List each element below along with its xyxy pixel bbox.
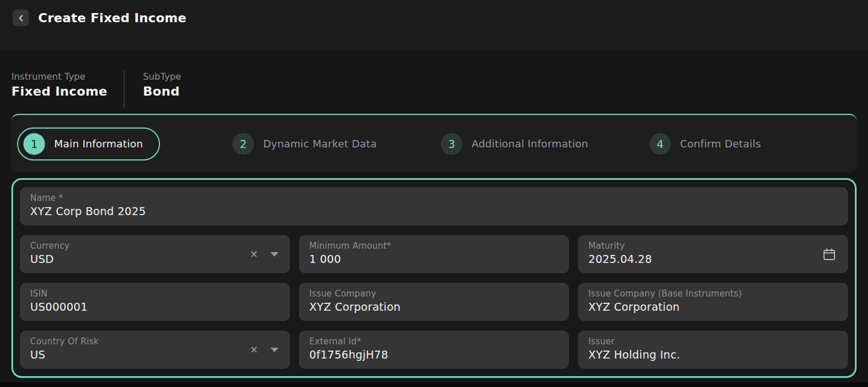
step-confirm-details[interactable]: 4 Confirm Details [642, 133, 851, 155]
instrument-meta: Instrument Type Fixed Income SubType Bon… [11, 71, 857, 105]
step-3-label: Additional Information [472, 138, 588, 150]
form-row-1: Name * XYZ Corp Bond 2025 [20, 187, 848, 225]
isin-label: ISIN [30, 289, 280, 299]
isin-value: US000001 [30, 300, 280, 313]
issuer-label: Issuer [588, 336, 838, 347]
currency-label: Currency [30, 241, 280, 251]
country-of-risk-select[interactable]: Country Of Risk US × [20, 331, 290, 369]
instrument-type-label: Instrument Type [11, 71, 124, 83]
maturity-field[interactable]: Maturity 2025.04.28 [578, 235, 848, 273]
step-1-label: Main Information [54, 138, 143, 150]
external-id-value: 0f1756hgjH78 [309, 348, 559, 361]
name-field[interactable]: Name * XYZ Corp Bond 2025 [20, 187, 848, 225]
subtype-label: SubType [143, 71, 181, 83]
country-of-risk-value: US [30, 348, 280, 361]
body: Instrument Type Fixed Income SubType Bon… [0, 71, 868, 378]
issue-company-base-value: XYZ Corporation [588, 300, 838, 313]
currency-select[interactable]: Currency USD × [20, 235, 290, 273]
calendar-icon[interactable] [822, 247, 837, 262]
step-3-number: 3 [441, 133, 462, 155]
stepper: 1 Main Information 2 Dynamic Market Data… [11, 114, 857, 172]
issue-company-base-field[interactable]: Issue Company (Base Instruments) XYZ Cor… [578, 283, 848, 321]
issue-company-field[interactable]: Issue Company XYZ Corporation [299, 283, 569, 321]
issue-company-label: Issue Company [309, 289, 559, 299]
issue-company-base-label: Issue Company (Base Instruments) [588, 289, 838, 299]
issuer-field[interactable]: Issuer XYZ Holding Inc. [578, 331, 848, 369]
minimum-amount-field[interactable]: Minimum Amount* 1 000 [299, 235, 569, 273]
page-title: Create Fixed Income [38, 10, 187, 26]
form-row-3: ISIN US000001 Issue Company XYZ Corporat… [20, 283, 848, 321]
chevron-left-icon [17, 14, 25, 22]
issuer-value: XYZ Holding Inc. [588, 348, 838, 361]
name-field-value: XYZ Corp Bond 2025 [30, 205, 838, 217]
country-of-risk-label: Country Of Risk [30, 336, 280, 347]
subtype-value: Bond [143, 84, 181, 98]
isin-field[interactable]: ISIN US000001 [20, 283, 290, 321]
currency-clear-icon[interactable]: × [248, 247, 260, 261]
currency-value: USD [30, 253, 280, 265]
external-id-label: External Id* [309, 336, 559, 347]
maturity-value: 2025.04.28 [588, 253, 838, 265]
issue-company-value: XYZ Corporation [309, 300, 559, 313]
step-4-label: Confirm Details [680, 138, 761, 150]
step-main-information[interactable]: 1 Main Information [17, 127, 160, 160]
currency-caret-down-icon[interactable] [271, 252, 279, 257]
country-of-risk-caret-down-icon[interactable] [271, 348, 279, 352]
step-1-number: 1 [23, 133, 45, 155]
back-button[interactable] [13, 10, 29, 26]
instrument-type: Instrument Type Fixed Income [11, 71, 124, 105]
instrument-type-value: Fixed Income [11, 84, 124, 98]
minimum-amount-label: Minimum Amount* [309, 241, 559, 251]
form-row-2: Currency USD × Minimum Amount* 1 000 Mat… [20, 235, 848, 273]
external-id-field[interactable]: External Id* 0f1756hgjH78 [299, 331, 569, 369]
subtype: SubType Bond [143, 71, 181, 105]
step-additional-information[interactable]: 3 Additional Information [434, 133, 642, 155]
step-2-label: Dynamic Market Data [263, 138, 376, 150]
form-row-4: Country Of Risk US × External Id* 0f1756… [20, 331, 848, 369]
meta-divider [124, 71, 125, 108]
maturity-label: Maturity [588, 241, 838, 251]
minimum-amount-value: 1 000 [309, 253, 559, 265]
name-field-label: Name * [30, 193, 838, 203]
step-4-number: 4 [649, 133, 671, 155]
step-2-number: 2 [232, 133, 254, 155]
main-information-form: Name * XYZ Corp Bond 2025 Currency USD ×… [11, 178, 857, 378]
create-fixed-income-page: Create Fixed Income Instrument Type Fixe… [0, 0, 868, 382]
step-dynamic-market-data[interactable]: 2 Dynamic Market Data [226, 133, 434, 155]
header: Create Fixed Income [0, 0, 868, 50]
country-of-risk-clear-icon[interactable]: × [248, 343, 260, 357]
